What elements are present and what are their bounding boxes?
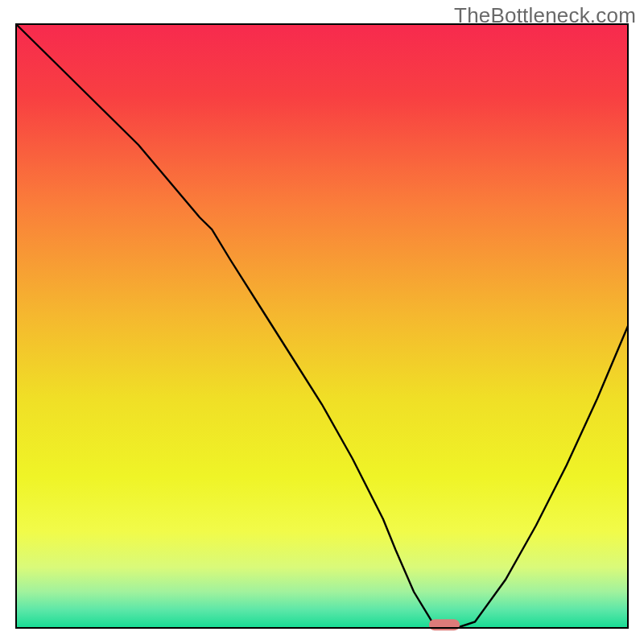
chart-svg [0, 0, 644, 644]
watermark-text: TheBottleneck.com [454, 3, 636, 28]
optimal-marker [429, 619, 460, 630]
chart-frame: TheBottleneck.com [0, 0, 644, 644]
